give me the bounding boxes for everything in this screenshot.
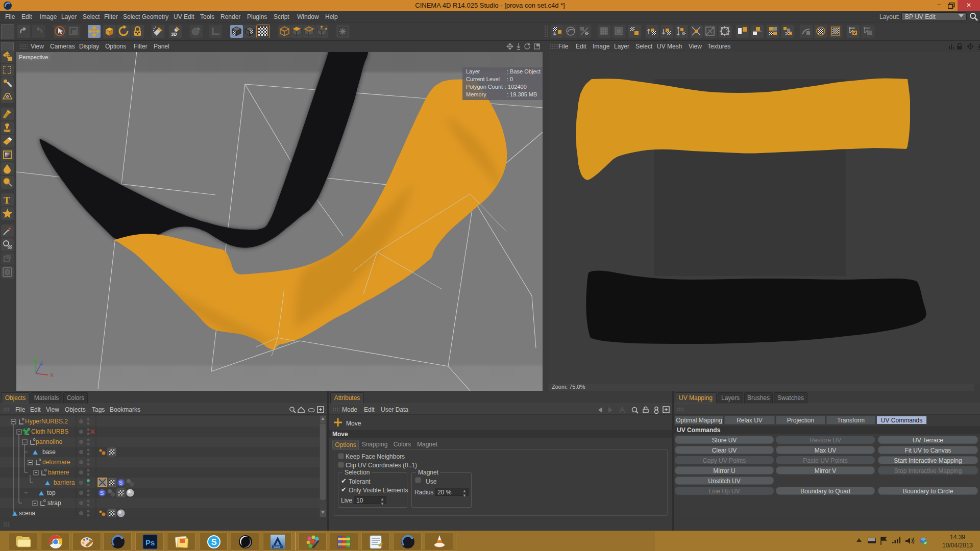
svg-text:S: S <box>119 480 122 486</box>
svg-text:0: 0 <box>22 417 24 421</box>
svg-text:0: 0 <box>43 498 46 503</box>
svg-text:barriere: barriere <box>48 469 69 476</box>
svg-text:Perspective: Perspective <box>19 54 48 60</box>
svg-text:: Base Object: : Base Object <box>507 68 541 74</box>
svg-text:S: S <box>100 490 104 496</box>
svg-text:Memory: Memory <box>466 91 486 97</box>
svg-text:strap: strap <box>47 499 61 507</box>
svg-text:0: 0 <box>39 458 41 462</box>
svg-text:HyperNURBS.2: HyperNURBS.2 <box>25 418 68 425</box>
svg-text:0: 0 <box>44 468 47 472</box>
svg-text:: 0: : 0 <box>507 76 513 82</box>
svg-text:Layer: Layer <box>466 68 480 74</box>
svg-text:X: X <box>50 372 54 378</box>
svg-text:deformare: deformare <box>42 459 70 466</box>
svg-text:S: S <box>211 538 217 546</box>
svg-text:Z: Z <box>40 360 43 366</box>
svg-text:base: base <box>42 448 56 456</box>
svg-text:top: top <box>47 489 56 496</box>
svg-text:C3D: C3D <box>274 545 280 548</box>
svg-text:scena: scena <box>19 510 35 517</box>
svg-text:: 102400: : 102400 <box>505 84 527 90</box>
svg-text:Polygon Count: Polygon Count <box>466 84 503 90</box>
svg-text:Current Level: Current Level <box>466 76 500 82</box>
svg-text:3D: 3D <box>171 32 177 37</box>
svg-text:Cloth NURBS: Cloth NURBS <box>31 428 68 435</box>
svg-text:Ps: Ps <box>145 538 155 547</box>
svg-text:barriera: barriera <box>54 479 75 486</box>
svg-text:Y: Y <box>34 359 37 364</box>
svg-text:T: T <box>4 195 10 206</box>
svg-text:pannolino: pannolino <box>36 438 62 445</box>
svg-text:: 19.385 MB: : 19.385 MB <box>507 91 537 97</box>
